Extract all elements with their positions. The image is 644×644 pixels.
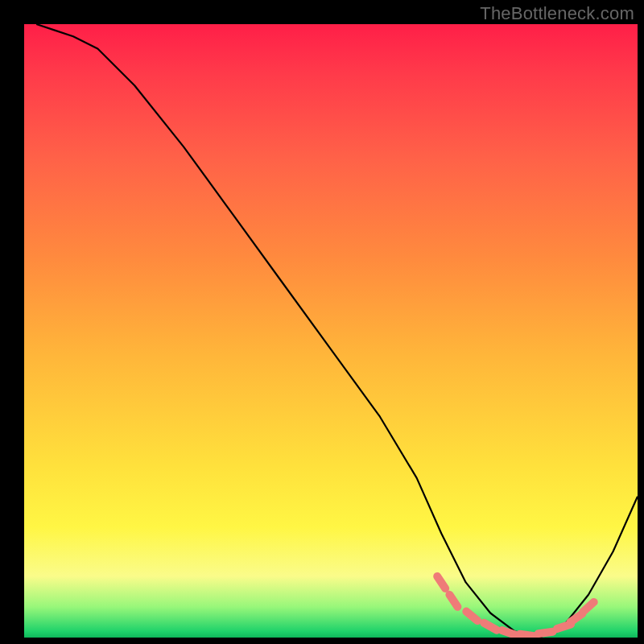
highlight-markers bbox=[437, 576, 594, 638]
highlight-dot bbox=[573, 614, 580, 621]
highlight-dot bbox=[543, 630, 549, 636]
chart-frame: TheBottleneck.com bbox=[0, 0, 644, 644]
highlight-dot bbox=[487, 623, 493, 630]
highlight-dot bbox=[469, 613, 475, 619]
highlight-dot bbox=[450, 597, 456, 604]
highlight-dot bbox=[585, 604, 592, 610]
highlight-dot bbox=[438, 579, 444, 585]
bottleneck-curve bbox=[36, 24, 638, 638]
plot-area bbox=[24, 24, 638, 638]
chart-svg bbox=[24, 24, 638, 638]
highlight-dot bbox=[560, 623, 567, 630]
highlight-dot bbox=[506, 630, 512, 636]
watermark-text: TheBottleneck.com bbox=[480, 3, 634, 24]
